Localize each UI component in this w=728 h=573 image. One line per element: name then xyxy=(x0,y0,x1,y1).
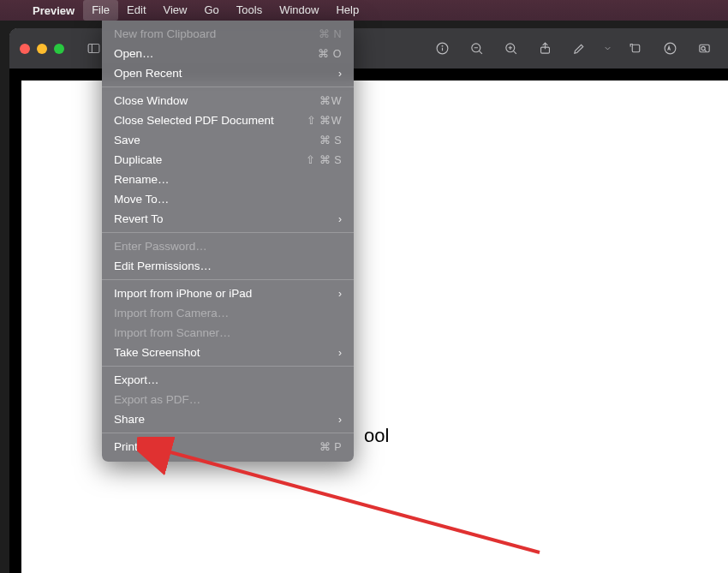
chevron-right-icon: › xyxy=(333,288,342,300)
svg-line-6 xyxy=(479,51,482,54)
menu-item[interactable]: Revert To› xyxy=(102,209,354,229)
menu-item[interactable]: Edit Permissions… xyxy=(102,256,354,276)
menu-item-label: Print… xyxy=(114,440,307,453)
menu-item[interactable]: Close Selected PDF Document⇧ ⌘W xyxy=(102,110,354,130)
menu-item-label: Import from Scanner… xyxy=(114,326,342,339)
menu-item: Import from Scanner… xyxy=(102,323,354,343)
fullscreen-window-button[interactable] xyxy=(54,44,64,54)
menu-help[interactable]: Help xyxy=(327,0,367,21)
svg-line-17 xyxy=(704,50,706,51)
menu-item[interactable]: Share› xyxy=(102,409,354,429)
share-icon[interactable] xyxy=(531,37,558,61)
menu-item-shortcut: ⌘W xyxy=(307,94,342,107)
menu-tools[interactable]: Tools xyxy=(228,0,271,21)
menu-item-label: Import from Camera… xyxy=(114,307,342,319)
menu-item-label: Open Recent xyxy=(114,67,333,80)
menu-item: Enter Password… xyxy=(102,236,354,256)
menu-item[interactable]: Import from iPhone or iPad› xyxy=(102,284,354,303)
menu-item-shortcut: ⇧ ⌘ S xyxy=(306,153,342,166)
menu-item-label: Share xyxy=(114,413,333,426)
menu-file[interactable]: File xyxy=(83,0,118,21)
chevron-right-icon: › xyxy=(333,414,342,426)
chevron-right-icon: › xyxy=(333,213,342,225)
menu-item[interactable]: Duplicate⇧ ⌘ S xyxy=(102,150,354,170)
menu-item-label: Revert To xyxy=(114,212,333,225)
menu-item-label: Rename… xyxy=(114,173,342,186)
menu-item[interactable]: Export… xyxy=(102,370,354,390)
menu-item-label: Move To… xyxy=(114,193,342,206)
menu-item[interactable]: Close Window⌘W xyxy=(102,91,354,110)
menu-item-label: Close Selected PDF Document xyxy=(114,114,307,127)
menu-item-label: Export… xyxy=(114,373,342,386)
menu-item[interactable]: Save⌘ S xyxy=(102,130,354,150)
menu-item: Export as PDF… xyxy=(102,390,354,409)
svg-point-4 xyxy=(442,45,443,46)
markup-icon[interactable] xyxy=(656,37,683,61)
menu-window[interactable]: Window xyxy=(271,0,327,21)
info-icon[interactable] xyxy=(428,37,456,61)
chevron-right-icon: › xyxy=(333,347,342,359)
menu-item[interactable]: Move To… xyxy=(102,189,354,209)
menu-item: New from Clipboard⌘ N xyxy=(102,24,354,44)
menu-item[interactable]: Print…⌘ P xyxy=(102,437,354,457)
menu-item-shortcut: ⌘ P xyxy=(307,440,342,453)
close-window-button[interactable] xyxy=(20,44,30,54)
app-name[interactable]: Preview xyxy=(24,4,83,17)
menu-item[interactable]: Rename… xyxy=(102,170,354,189)
menu-item-label: Take Screenshot xyxy=(114,346,333,359)
menu-item[interactable]: Open Recent› xyxy=(102,63,354,83)
menu-item-label: Duplicate xyxy=(114,153,306,166)
menu-item-label: New from Clipboard xyxy=(114,27,307,40)
rotate-icon[interactable] xyxy=(622,37,649,61)
page-text-fragment: ool xyxy=(364,425,389,447)
menu-item[interactable]: Take Screenshot› xyxy=(102,343,354,362)
menu-item-label: Edit Permissions… xyxy=(114,260,342,272)
svg-rect-13 xyxy=(632,45,640,52)
menu-item-label: Save xyxy=(114,134,307,146)
search-icon[interactable] xyxy=(690,37,718,61)
highlight-icon[interactable] xyxy=(565,37,593,61)
menu-go[interactable]: Go xyxy=(195,0,227,21)
file-menu-dropdown: New from Clipboard⌘ NOpen…⌘ OOpen Recent… xyxy=(102,21,354,462)
svg-point-14 xyxy=(665,43,676,54)
menu-item-shortcut: ⇧ ⌘W xyxy=(307,114,342,127)
svg-line-9 xyxy=(513,51,516,54)
chevron-down-icon[interactable] xyxy=(600,37,615,61)
menu-item: Import from Camera… xyxy=(102,303,354,323)
zoom-in-icon[interactable] xyxy=(497,37,524,61)
menu-item-shortcut: ⌘ N xyxy=(307,27,342,40)
menu-view[interactable]: View xyxy=(155,0,196,21)
menu-item-label: Export as PDF… xyxy=(114,393,342,406)
minimize-window-button[interactable] xyxy=(37,44,47,54)
menu-item-shortcut: ⌘ O xyxy=(307,47,342,60)
svg-rect-0 xyxy=(88,45,99,53)
zoom-out-icon[interactable] xyxy=(462,37,490,61)
menu-item-label: Open… xyxy=(114,47,307,60)
menu-item[interactable]: Open…⌘ O xyxy=(102,44,354,63)
system-menubar: Preview File Edit View Go Tools Window H… xyxy=(0,0,728,21)
menu-item-shortcut: ⌘ S xyxy=(307,134,342,146)
menu-edit[interactable]: Edit xyxy=(118,0,154,21)
menu-item-label: Close Window xyxy=(114,94,307,107)
window-controls xyxy=(20,44,64,54)
menu-item-label: Import from iPhone or iPad xyxy=(114,287,333,300)
chevron-right-icon: › xyxy=(333,68,342,80)
menu-item-label: Enter Password… xyxy=(114,240,342,253)
